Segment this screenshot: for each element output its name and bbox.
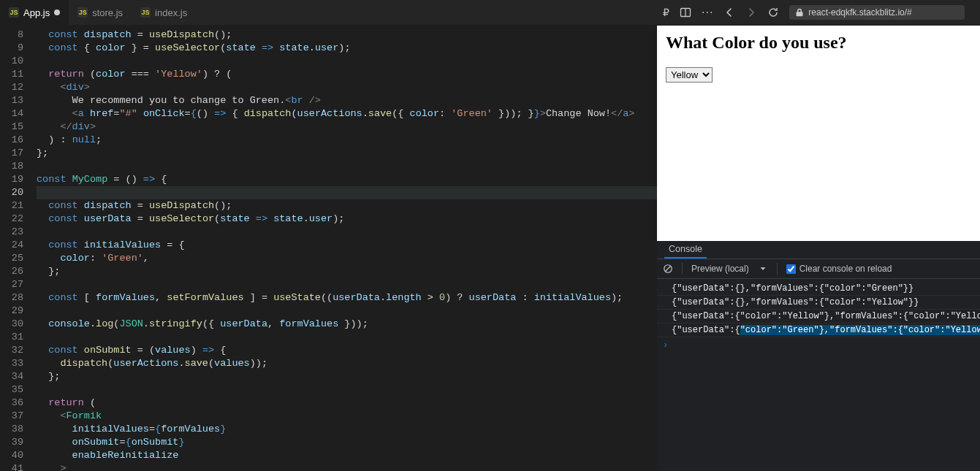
js-file-icon: JS [140, 7, 151, 18]
code-line[interactable]: }; [37, 265, 657, 278]
code-line[interactable]: dispatch(userActions.save(values)); [37, 357, 657, 370]
code-line[interactable]: </div> [37, 120, 657, 134]
code-editor[interactable]: 8910111213141516171819202122232425262728… [0, 26, 657, 471]
preview-toolbar: ₽ ··· react-edqkfk.stackblitz.io/# [657, 0, 980, 26]
more-icon[interactable]: ··· [702, 6, 713, 19]
console-log-line[interactable]: {"userData":{"color":"Yellow"},"formValu… [657, 310, 980, 323]
code-line[interactable]: onSubmit={onSubmit} [37, 436, 657, 449]
address-bar[interactable]: react-edqkfk.stackblitz.io/# [789, 5, 965, 20]
svg-line-3 [666, 267, 671, 272]
console-prompt[interactable] [657, 337, 980, 353]
back-icon[interactable] [723, 7, 735, 18]
code-line[interactable] [37, 278, 657, 291]
editor-tab[interactable]: JSstore.js [69, 0, 132, 26]
clear-on-reload-toggle[interactable]: Clear console on reload [786, 264, 892, 274]
code-line[interactable]: <Formik [37, 410, 657, 423]
code-line[interactable]: const dispatch = useDispatch(); [37, 28, 657, 42]
context-dropdown-icon[interactable] [758, 264, 768, 274]
console-log-line[interactable]: {"userData":{"color":"Green"},"formValue… [657, 323, 980, 337]
reload-icon[interactable] [767, 7, 779, 18]
tab-label: store.js [92, 7, 123, 18]
code-line[interactable]: enableReinitialize [37, 449, 657, 462]
code-line[interactable]: return (color === 'Yellow') ? ( [37, 68, 657, 81]
code-line[interactable]: initialValues={formValues} [37, 423, 657, 436]
code-line[interactable]: }; [37, 370, 657, 383]
code-line[interactable]: return ( [37, 397, 657, 410]
lock-icon [795, 8, 804, 17]
code-line[interactable]: const dispatch = useDispatch(); [37, 199, 657, 212]
code-line[interactable]: const MyComp = () => { [37, 173, 657, 186]
code-line[interactable] [37, 383, 657, 397]
code-line[interactable]: <div> [37, 81, 657, 94]
editor-tab-bar: JSApp.jsJSstore.jsJSindex.js [0, 0, 657, 26]
split-panel-icon[interactable] [680, 7, 691, 18]
preview-heading: What Color do you use? [666, 33, 971, 53]
js-file-icon: JS [77, 7, 88, 18]
console-tab[interactable]: Console [664, 241, 707, 259]
console-output[interactable]: {"userData":{},"formValues":{"color":"Gr… [657, 279, 980, 471]
editor-tab[interactable]: JSindex.js [132, 0, 196, 26]
color-select[interactable]: Yellow [666, 67, 713, 83]
line-number-gutter: 8910111213141516171819202122232425262728… [0, 26, 37, 471]
code-line[interactable]: const { color } = useSelector(state => s… [37, 42, 657, 55]
unsaved-dot-icon [54, 9, 60, 15]
code-line[interactable]: const [ formValues, setFormValues ] = us… [37, 291, 657, 305]
code-line[interactable] [37, 186, 657, 199]
code-line[interactable]: const onSubmit = (values) => { [37, 344, 657, 357]
code-line[interactable]: }; [37, 147, 657, 160]
url-text: react-edqkfk.stackblitz.io/# [808, 7, 911, 18]
clear-on-reload-checkbox[interactable] [786, 264, 796, 274]
tab-label: index.js [155, 7, 187, 18]
code-line[interactable]: console.log(JSON.stringify({ userData, f… [37, 318, 657, 331]
code-line[interactable]: <a href="#" onClick={() => { dispatch(us… [37, 107, 657, 120]
code-line[interactable]: const userData = useSelector(state => st… [37, 212, 657, 226]
console-context[interactable]: Preview (local) [691, 264, 749, 274]
console-tab-bar: Console [657, 241, 980, 259]
ruble-icon[interactable]: ₽ [663, 7, 669, 18]
code-line[interactable]: ) : null; [37, 134, 657, 147]
clear-on-reload-label: Clear console on reload [799, 264, 892, 274]
editor-tab[interactable]: JSApp.js [0, 0, 69, 26]
code-line[interactable]: > [37, 462, 657, 471]
console-log-line[interactable]: {"userData":{},"formValues":{"color":"Gr… [657, 282, 980, 296]
code-line[interactable]: We recommend you to change to Green.<br … [37, 94, 657, 107]
code-line[interactable]: color: 'Green', [37, 252, 657, 265]
console-log-line[interactable]: {"userData":{},"formValues":{"color":"Ye… [657, 296, 980, 310]
code-line[interactable] [37, 55, 657, 68]
clear-console-icon[interactable] [663, 264, 673, 274]
tab-label: App.js [23, 7, 50, 18]
code-line[interactable] [37, 305, 657, 318]
code-line[interactable]: const initialValues = { [37, 239, 657, 252]
forward-icon[interactable] [745, 7, 757, 18]
js-file-icon: JS [9, 7, 19, 18]
preview-pane: What Color do you use? Yellow [657, 26, 980, 241]
code-line[interactable] [37, 331, 657, 344]
code-line[interactable] [37, 160, 657, 173]
code-area[interactable]: const dispatch = useDispatch(); const { … [37, 26, 657, 471]
console-toolbar: Preview (local) Clear console on reload [657, 259, 980, 279]
code-line[interactable] [37, 226, 657, 239]
